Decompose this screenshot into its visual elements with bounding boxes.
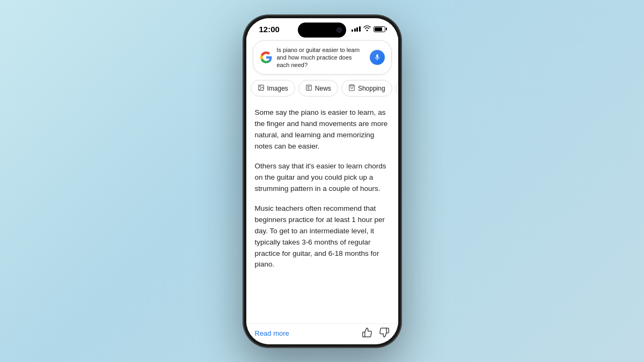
front-camera [336,27,342,33]
phone-screen: 12:00 [246,18,398,344]
search-bar-container: Is piano or guitar easier to learn and h… [246,36,398,80]
status-bar: 12:00 [246,18,398,36]
tab-news[interactable]: News [298,80,338,97]
tab-shopping-label: Shopping [358,85,385,92]
thumbs-down-button[interactable] [379,327,390,340]
search-bar[interactable]: Is piano or guitar easier to learn and h… [253,40,392,75]
tab-news-label: News [315,85,331,92]
tab-bar: Images News [246,80,398,101]
tab-shopping[interactable]: Shopping [341,80,392,97]
tab-images[interactable]: Images [251,80,295,97]
paragraph-2: Others say that it's easier to learn cho… [255,161,390,195]
vote-buttons [362,327,390,340]
content-area: Is piano or guitar easier to learn and h… [246,36,398,344]
phone-frame: 12:00 [243,15,401,348]
bottom-actions: Read more [246,323,398,344]
read-more-link[interactable]: Read more [255,329,289,337]
images-icon [258,84,265,92]
paragraph-3: Music teachers often recommend that begi… [255,203,390,271]
signal-icon [352,26,361,32]
wifi-icon [363,25,371,33]
battery-icon [374,26,385,32]
status-time: 12:00 [259,25,280,34]
svg-point-1 [259,86,260,87]
status-icons [352,25,385,33]
mic-button[interactable] [370,50,385,65]
news-icon [305,84,312,92]
paragraph-1: Some say the piano is easier to learn, a… [255,107,390,152]
thumbs-up-button[interactable] [362,327,372,340]
tab-videos[interactable]: Vid... [396,80,398,97]
search-query-text: Is piano or guitar easier to learn and h… [277,46,365,69]
main-content: Some say the piano is easier to learn, a… [246,101,398,323]
tab-images-label: Images [267,85,288,92]
dynamic-island [298,23,346,38]
shopping-icon [348,84,355,92]
google-logo [260,51,273,64]
